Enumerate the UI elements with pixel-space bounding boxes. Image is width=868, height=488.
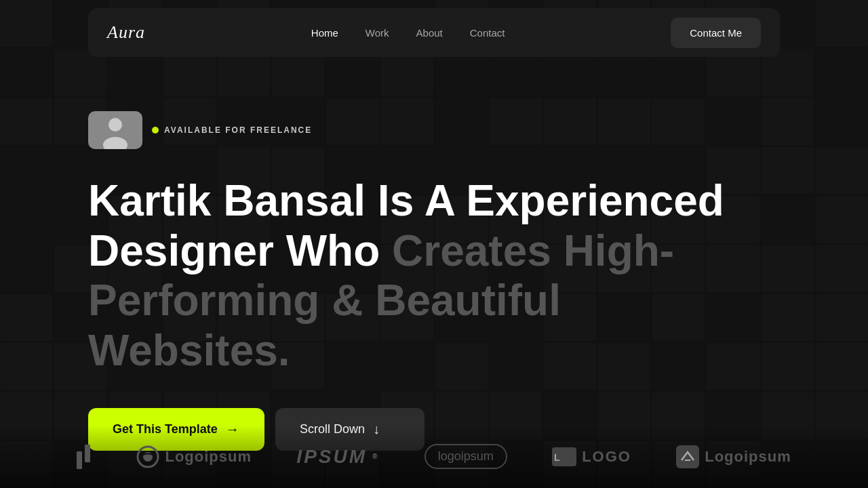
- nav-links: Home Work About Contact: [311, 27, 505, 39]
- status-row: AVAILABLE FOR FREELANCE: [88, 111, 780, 149]
- svg-text:L: L: [554, 452, 561, 463]
- logo2-text: IPSUM: [296, 446, 367, 468]
- logo-item-4: L LOGO: [552, 447, 631, 466]
- logo-item-slash: [77, 445, 92, 469]
- logo-item-3: logoipsum: [425, 444, 507, 469]
- svg-rect-4: [85, 445, 90, 462]
- status-dot: [152, 127, 159, 134]
- nav-work[interactable]: Work: [366, 27, 389, 39]
- svg-rect-9: [676, 445, 699, 468]
- navbar: Aura Home Work About Contact Contact Me: [88, 8, 780, 57]
- nav-about[interactable]: About: [416, 27, 443, 39]
- logo-item-2: IPSUM®: [296, 446, 379, 468]
- contact-me-button[interactable]: Contact Me: [671, 18, 761, 48]
- svg-rect-3: [77, 451, 82, 469]
- heading-part2: Creates: [392, 226, 551, 275]
- logo-item-5: Logoipsum: [676, 445, 791, 468]
- avatar: [88, 111, 142, 149]
- logo3-text: logoipsum: [438, 449, 494, 463]
- hero-heading: Kartik Bansal Is A Experienced Designer …: [88, 176, 732, 375]
- logo1-text: Logoipsum: [165, 448, 252, 466]
- main-content: AVAILABLE FOR FREELANCE Kartik Bansal Is…: [0, 57, 868, 451]
- logo4-text: LOGO: [582, 448, 631, 466]
- nav-home[interactable]: Home: [311, 27, 338, 39]
- logo-item-1: Logoipsum: [136, 445, 252, 468]
- brand-logo: Aura: [107, 22, 145, 43]
- status-text: AVAILABLE FOR FREELANCE: [164, 125, 312, 135]
- logo-strip: Logoipsum IPSUM® logoipsum L LOGO Logoip…: [0, 425, 868, 488]
- nav-contact[interactable]: Contact: [470, 27, 505, 39]
- logo5-text: Logoipsum: [705, 448, 791, 466]
- status-badge: AVAILABLE FOR FREELANCE: [152, 125, 312, 135]
- svg-point-1: [108, 118, 122, 131]
